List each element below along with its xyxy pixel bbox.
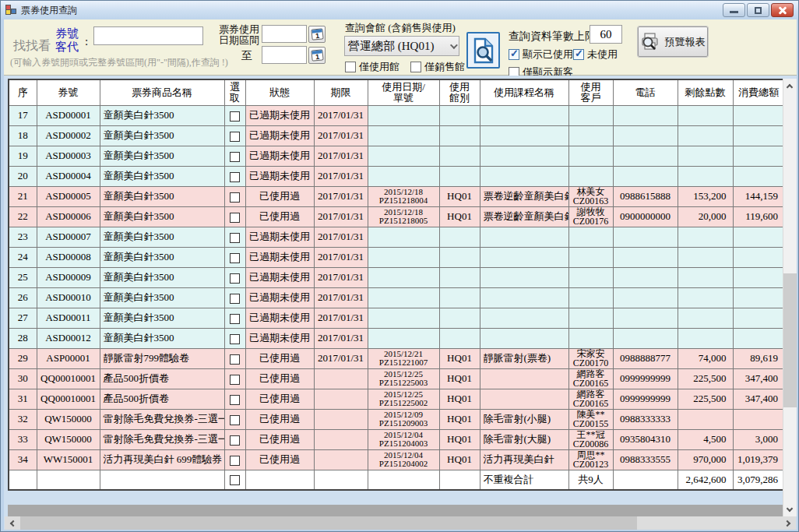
col-header-code: 券號 xyxy=(37,79,100,105)
cell-course xyxy=(480,146,568,166)
cell-status: 已使用過 xyxy=(245,449,314,470)
table-row[interactable]: 27ASD00011童顏美白針3500已過期未使用2017/01/31 xyxy=(9,308,785,328)
table-row[interactable]: 33QW150000雷射除毛免費兌換券-三選一已使用過2015/12/04PZ1… xyxy=(9,429,785,449)
table-row[interactable]: 18ASD00002童顏美白針3500已過期未使用2017/01/31 xyxy=(9,125,785,146)
total-cell-product xyxy=(100,470,224,490)
limit-input[interactable] xyxy=(590,25,622,44)
cell-code: ASD00008 xyxy=(37,247,100,267)
scroll-down-icon[interactable] xyxy=(787,506,794,513)
table-row[interactable]: 22ASD00006童顏美白針3500已使用過2017/01/312015/12… xyxy=(9,206,785,227)
scroll-right-icon[interactable] xyxy=(785,520,792,527)
cell-code: QQ00010001 xyxy=(37,389,100,409)
table-row[interactable]: 24ASD00008童顏美白針3500已過期未使用2017/01/31 xyxy=(9,247,785,267)
cell-course xyxy=(480,125,568,146)
cell-code: ASD00006 xyxy=(37,206,100,227)
row-select-checkbox[interactable] xyxy=(230,111,240,122)
cell-expiry xyxy=(314,368,368,389)
table-row[interactable]: 29ASP00001靜脈雷射799體驗卷已使用過2017/01/312015/1… xyxy=(9,348,785,368)
table-row[interactable]: 25ASD00009童顏美白針3500已過期未使用2017/01/31 xyxy=(9,267,785,287)
date-to-calendar-button[interactable] xyxy=(308,47,326,64)
show-unused-checkbox[interactable]: 未使用 xyxy=(573,48,618,62)
row-select-checkbox[interactable] xyxy=(230,132,240,142)
date-to-input[interactable] xyxy=(262,46,307,64)
row-select-checkbox[interactable] xyxy=(230,415,240,425)
row-select-checkbox[interactable] xyxy=(230,334,240,344)
row-select-checkbox[interactable] xyxy=(230,435,240,446)
table-row[interactable]: 17ASD00001童顏美白針3500已過期未使用2017/01/31 xyxy=(9,105,785,125)
date-from-input[interactable] xyxy=(262,25,307,43)
only-use-venue-label: 僅使用館 xyxy=(359,60,400,74)
only-sale-venue-checkbox[interactable]: 僅銷售館 xyxy=(410,60,465,74)
cell-points: 225,500 xyxy=(678,368,733,389)
table-row[interactable]: 21ASD00005童顏美白針3500已使用過2017/01/312015/12… xyxy=(9,186,785,206)
cell-course: 票卷逆齡童顏美白針 xyxy=(480,186,568,206)
row-select-checkbox[interactable] xyxy=(230,375,240,385)
horizontal-scroll-thumb[interactable] xyxy=(20,516,637,530)
row-select-checkbox[interactable] xyxy=(230,354,240,365)
cell-expiry: 2017/01/31 xyxy=(314,328,368,348)
show-used-checkbox[interactable]: 顯示已使用 xyxy=(509,48,573,62)
row-select-checkbox[interactable] xyxy=(230,213,240,223)
cell-use_date xyxy=(368,105,439,125)
table-row[interactable]: 34WW150001活力再現美白針 699體驗券已使用過2015/12/04PZ… xyxy=(9,449,785,470)
row-select-checkbox[interactable] xyxy=(230,152,240,162)
vertical-scroll-thumb[interactable] xyxy=(783,273,797,407)
only-use-venue-checkbox[interactable]: 僅使用館 xyxy=(345,60,400,74)
find-label: 找找看 xyxy=(13,38,51,55)
table-row[interactable]: 32QW150000雷射除毛免費兌換券-三選一已使用過2015/12/09PZ1… xyxy=(9,409,785,429)
cell-status: 已過期未使用 xyxy=(245,125,314,146)
row-select-checkbox[interactable] xyxy=(230,172,240,182)
cell-phone: 0988615888 xyxy=(613,186,678,206)
row-select-checkbox[interactable] xyxy=(230,273,240,284)
table-row[interactable]: 20ASD00004童顏美白針3500已過期未使用2017/01/31 xyxy=(9,166,785,186)
row-select-checkbox[interactable] xyxy=(230,233,240,243)
cell-customer: 網路客CZ00165 xyxy=(568,389,613,409)
row-select-checkbox[interactable] xyxy=(230,456,240,466)
cell-seq: 18 xyxy=(9,125,37,146)
cell-amount: 119,600 xyxy=(733,206,785,227)
venue-dropdown[interactable]: 營運總部 (HQ01) xyxy=(344,36,459,56)
col-header-course: 使用課程名稱 xyxy=(480,79,568,105)
row-select-checkbox[interactable] xyxy=(230,314,240,324)
cell-select xyxy=(224,348,245,368)
row-select-checkbox[interactable] xyxy=(230,192,240,203)
date-from-calendar-button[interactable] xyxy=(308,26,326,43)
preview-report-button[interactable]: 預覽報表 xyxy=(638,26,708,57)
cell-phone xyxy=(613,308,678,328)
table-row[interactable]: 28ASD00012童顏美白針3500已過期未使用2017/01/31 xyxy=(9,328,785,348)
coupon-code-input[interactable] xyxy=(93,26,203,45)
cell-amount xyxy=(733,227,785,247)
cell-venue: HQ01 xyxy=(439,206,480,227)
total-cell-status xyxy=(245,470,314,490)
table-row[interactable]: 23ASD00007童顏美白針3500已過期未使用2017/01/31 xyxy=(9,227,785,247)
table-row[interactable]: 19ASD00003童顏美白針3500已過期未使用2017/01/31 xyxy=(9,146,785,166)
restore-button[interactable] xyxy=(747,3,769,17)
cell-course xyxy=(480,166,568,186)
minimize-button[interactable] xyxy=(723,3,745,17)
cell-points: 970,000 xyxy=(678,449,733,470)
cell-seq: 20 xyxy=(9,166,37,186)
search-button[interactable] xyxy=(466,32,500,69)
cell-amount xyxy=(733,328,785,348)
cell-amount xyxy=(733,409,785,429)
cell-code: QW150000 xyxy=(37,409,100,429)
cell-code: ASP00001 xyxy=(37,348,100,368)
scroll-up-icon[interactable] xyxy=(787,82,794,89)
app-icon xyxy=(5,5,17,16)
cell-select xyxy=(224,105,245,125)
cell-use_date xyxy=(368,247,439,267)
table-row[interactable]: 26ASD00010童顏美白針3500已過期未使用2017/01/31 xyxy=(9,287,785,308)
close-button[interactable] xyxy=(771,3,794,17)
row-select-checkbox[interactable] xyxy=(230,475,240,485)
vertical-scrollbar[interactable] xyxy=(783,79,797,516)
row-select-checkbox[interactable] xyxy=(230,253,240,263)
table-row[interactable]: 31QQ00010001產品500折價卷已使用過2015/12/25PZ1512… xyxy=(9,389,785,409)
horizontal-scrollbar[interactable] xyxy=(5,516,796,530)
cell-expiry: 2017/01/31 xyxy=(314,267,368,287)
row-select-checkbox[interactable] xyxy=(230,294,240,304)
scroll-left-icon[interactable] xyxy=(9,520,16,527)
row-select-checkbox[interactable] xyxy=(230,395,240,405)
cell-phone: 0900000000 xyxy=(613,206,678,227)
table-row[interactable]: 30QQ00010001產品500折價卷已使用過2015/12/25PZ1512… xyxy=(9,368,785,389)
cell-status: 已過期未使用 xyxy=(245,267,314,287)
